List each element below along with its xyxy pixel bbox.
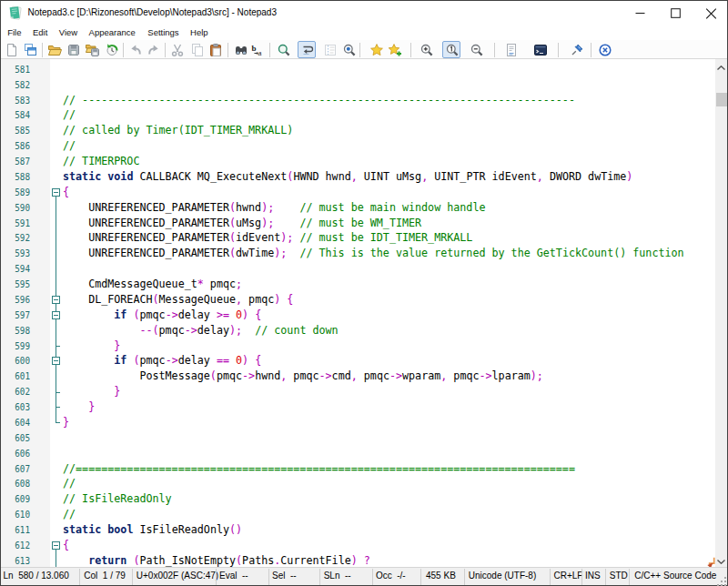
menu-edit[interactable]: Edit [33, 27, 47, 37]
status-2: U+0x002F (ASC:47) [136, 571, 218, 581]
editor: 581 582 583 584 585 586 587 588 589 590 … [1, 59, 727, 567]
status-10: INS [585, 571, 601, 581]
toolbar-button-zoomchar[interactable] [342, 43, 357, 57]
toolbar-button-redo[interactable] [147, 43, 161, 57]
menu-settings[interactable]: Settings [147, 27, 178, 37]
toolbar-button-newwin[interactable] [23, 43, 37, 57]
status-9: CR+LF [554, 571, 583, 581]
status-4: Sel -- [272, 571, 297, 581]
scroll-thumb [716, 93, 727, 106]
toolbar-button-saveas[interactable] [85, 43, 99, 57]
svg-text:b: b [252, 44, 257, 53]
toolbar-button-find[interactable] [234, 43, 248, 57]
titlebar: Notepad3.c [D:\Rizonesoft\Develop\Notepa… [1, 1, 727, 25]
toolbar-button-replace[interactable]: ba [250, 43, 265, 57]
menu-appearance[interactable]: Appearance [89, 27, 136, 37]
status-3: Eval -- [219, 571, 248, 581]
toolbar-button-wrapicon[interactable] [298, 41, 316, 58]
status-8: Unicode (UTF-8) [469, 571, 536, 581]
status-0: Ln 580 / 13.060 [4, 571, 69, 581]
svg-text:a: a [258, 47, 262, 56]
toolbar-button-console[interactable] [533, 43, 548, 57]
toolbar-button-revert[interactable] [105, 43, 119, 57]
toolbar-button-zoomview[interactable] [277, 43, 291, 57]
app-icon [7, 5, 22, 20]
status-12: C/C++ Source Code [634, 571, 716, 581]
status-6: Occ -/- [376, 571, 406, 581]
toolbar-button-open[interactable] [47, 43, 62, 57]
toolbar-button-new[interactable] [5, 43, 19, 57]
toolbar-button-undo[interactable] [128, 43, 143, 57]
scrollbar[interactable] [715, 59, 727, 567]
toolbar-button-zoomout[interactable] [470, 43, 484, 57]
status-11: STD [610, 571, 628, 581]
toolbar-button-zoomin[interactable] [420, 43, 434, 57]
toolbar-button-save[interactable] [66, 43, 81, 57]
toolbar-button-exit[interactable] [598, 43, 612, 57]
toolbar-button-star[interactable] [369, 43, 384, 57]
toolbar-button-staradd[interactable] [388, 43, 402, 57]
toolbar-button-zoom1[interactable] [442, 41, 460, 58]
toolbar-button-pin[interactable] [570, 43, 584, 57]
status-7: 455 KB [426, 571, 456, 581]
toolbar-button-cut[interactable] [170, 43, 185, 57]
toolbar-button-ini[interactable] [504, 43, 519, 57]
btn-minimize[interactable] [622, 1, 658, 25]
statusbar: Ln 580 / 13.060Col 1 / 79U+0x002F (ASC:4… [1, 567, 727, 585]
toolbar-button-paste[interactable] [208, 43, 223, 57]
wrap-marker [707, 556, 715, 567]
toolbar: ba [1, 40, 727, 59]
menu-file[interactable]: File [7, 27, 21, 37]
menu-help[interactable]: Help [190, 27, 208, 37]
status-5: SLn -- [324, 571, 351, 581]
menubar: FileEditViewAppearanceSettingsHelp [1, 25, 727, 40]
toolbar-button-guides[interactable] [323, 43, 338, 57]
notepad3-window: Notepad3.c [D:\Rizonesoft\Develop\Notepa… [0, 0, 728, 586]
toolbar-button-copy[interactable] [190, 43, 205, 57]
btn-close[interactable] [693, 1, 728, 25]
status-1: Col 1 / 79 [84, 571, 126, 581]
btn-maximize[interactable] [658, 1, 693, 25]
window-title: Notepad3.c [D:\Rizonesoft\Develop\Notepa… [28, 7, 278, 17]
menu-view[interactable]: View [59, 27, 77, 37]
